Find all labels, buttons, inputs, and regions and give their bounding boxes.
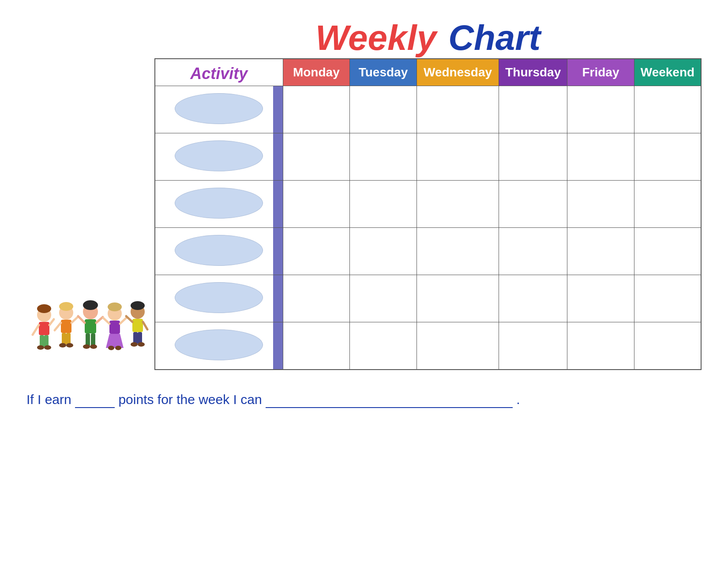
day-cell[interactable] bbox=[283, 228, 350, 275]
day-cell[interactable] bbox=[634, 275, 701, 322]
svg-line-9 bbox=[55, 323, 61, 330]
svg-rect-8 bbox=[61, 320, 71, 333]
day-cell[interactable] bbox=[499, 86, 567, 133]
header-row: Activity Monday Tuesday Wednesday Thursd… bbox=[155, 59, 701, 86]
day-cell[interactable] bbox=[567, 322, 634, 370]
svg-point-41 bbox=[90, 344, 97, 349]
svg-point-40 bbox=[83, 344, 90, 349]
activity-oval[interactable] bbox=[175, 282, 263, 313]
svg-line-10 bbox=[71, 317, 78, 323]
day-cell[interactable] bbox=[417, 322, 499, 370]
title-area: Weekly Chart bbox=[154, 18, 702, 58]
activity-oval[interactable] bbox=[175, 93, 263, 124]
weekend-header: Weekend bbox=[634, 59, 701, 86]
svg-marker-28 bbox=[106, 334, 124, 348]
svg-rect-22 bbox=[109, 321, 120, 334]
day-cell[interactable] bbox=[350, 181, 417, 228]
day-cell[interactable] bbox=[634, 86, 701, 133]
svg-line-3 bbox=[49, 319, 54, 325]
svg-point-44 bbox=[131, 342, 138, 347]
activity-oval[interactable] bbox=[175, 188, 263, 219]
svg-point-20 bbox=[83, 300, 98, 310]
activity-cell bbox=[155, 86, 283, 133]
svg-point-42 bbox=[108, 346, 114, 350]
day-cell[interactable] bbox=[283, 181, 350, 228]
page-header: Weekly Chart bbox=[26, 18, 702, 58]
day-cell[interactable] bbox=[283, 275, 350, 322]
activity-cell bbox=[155, 275, 283, 322]
points-blank[interactable] bbox=[75, 392, 115, 408]
svg-line-2 bbox=[33, 325, 39, 335]
day-cell[interactable] bbox=[567, 275, 634, 322]
day-cell[interactable] bbox=[283, 322, 350, 370]
svg-line-23 bbox=[103, 318, 109, 324]
svg-line-17 bbox=[96, 317, 103, 323]
day-cell[interactable] bbox=[350, 322, 417, 370]
day-cell[interactable] bbox=[417, 181, 499, 228]
activity-oval[interactable] bbox=[175, 329, 263, 360]
bottom-suffix: . bbox=[516, 392, 520, 407]
day-cell[interactable] bbox=[634, 322, 701, 370]
svg-rect-1 bbox=[39, 322, 49, 335]
bottom-prefix: If I earn bbox=[26, 392, 71, 407]
day-cell[interactable] bbox=[417, 86, 499, 133]
activity-label: Activity bbox=[190, 64, 248, 83]
svg-line-31 bbox=[126, 316, 132, 322]
svg-rect-15 bbox=[85, 319, 96, 333]
day-cell[interactable] bbox=[499, 181, 567, 228]
bottom-text-area: If I earn points for the week I can . bbox=[26, 392, 702, 408]
activity-cell bbox=[155, 228, 283, 275]
activity-oval[interactable] bbox=[175, 235, 263, 266]
svg-line-32 bbox=[143, 322, 147, 329]
weekly-chart-table: Activity Monday Tuesday Wednesday Thursd… bbox=[154, 58, 702, 370]
table-row bbox=[155, 322, 701, 370]
wednesday-header: Wednesday bbox=[417, 59, 499, 86]
thursday-header: Thursday bbox=[499, 59, 567, 86]
svg-point-27 bbox=[108, 302, 122, 311]
tuesday-header: Tuesday bbox=[350, 59, 417, 86]
day-cell[interactable] bbox=[499, 322, 567, 370]
table-row bbox=[155, 133, 701, 181]
activity-header: Activity bbox=[155, 59, 283, 86]
day-cell[interactable] bbox=[350, 228, 417, 275]
table-row bbox=[155, 181, 701, 228]
day-cell[interactable] bbox=[350, 133, 417, 181]
day-cell[interactable] bbox=[499, 228, 567, 275]
svg-rect-30 bbox=[132, 319, 143, 332]
svg-point-13 bbox=[59, 302, 73, 311]
day-cell[interactable] bbox=[283, 86, 350, 133]
svg-point-6 bbox=[37, 304, 51, 313]
day-cell[interactable] bbox=[567, 86, 634, 133]
day-cell[interactable] bbox=[417, 228, 499, 275]
day-cell[interactable] bbox=[499, 275, 567, 322]
activity-oval[interactable] bbox=[175, 140, 263, 171]
friday-header: Friday bbox=[567, 59, 634, 86]
day-cell[interactable] bbox=[350, 275, 417, 322]
svg-point-38 bbox=[59, 343, 66, 348]
svg-line-24 bbox=[120, 318, 126, 324]
svg-point-39 bbox=[66, 343, 73, 348]
svg-point-35 bbox=[131, 301, 145, 310]
reward-blank[interactable] bbox=[266, 392, 513, 408]
svg-line-16 bbox=[78, 316, 85, 323]
day-cell[interactable] bbox=[634, 133, 701, 181]
table-row bbox=[155, 86, 701, 133]
chart-wrapper: Activity Monday Tuesday Wednesday Thursd… bbox=[154, 58, 702, 370]
svg-point-45 bbox=[138, 342, 145, 347]
day-cell[interactable] bbox=[350, 86, 417, 133]
svg-point-43 bbox=[115, 346, 121, 350]
day-cell[interactable] bbox=[567, 181, 634, 228]
day-cell[interactable] bbox=[417, 133, 499, 181]
children-area bbox=[26, 295, 154, 370]
main-section: Activity Monday Tuesday Wednesday Thursd… bbox=[26, 58, 702, 370]
svg-point-37 bbox=[44, 345, 51, 350]
day-cell[interactable] bbox=[634, 181, 701, 228]
activity-cell bbox=[155, 181, 283, 228]
day-cell[interactable] bbox=[283, 133, 350, 181]
day-cell[interactable] bbox=[417, 275, 499, 322]
children-illustration bbox=[31, 295, 150, 370]
day-cell[interactable] bbox=[634, 228, 701, 275]
day-cell[interactable] bbox=[499, 133, 567, 181]
day-cell[interactable] bbox=[567, 133, 634, 181]
day-cell[interactable] bbox=[567, 228, 634, 275]
